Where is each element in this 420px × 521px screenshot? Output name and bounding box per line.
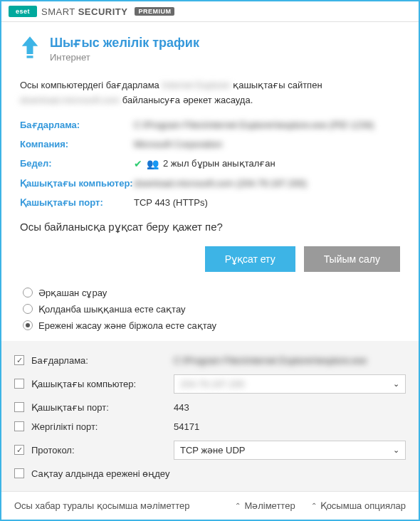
radio-until-quit[interactable]: Қолданба шыққанша есте сақтау <box>23 301 400 317</box>
chevron-down-icon: ⌄ <box>393 446 399 455</box>
radio-icon <box>23 304 33 314</box>
deny-button[interactable]: Тыйым салу <box>304 246 400 272</box>
rule-app-row: Бағдарлама: C:\Program Files\Internet Ex… <box>14 351 406 370</box>
rule-app-label: Бағдарлама: <box>31 355 167 366</box>
rule-remote-comp-value: 204.79.197.200 <box>180 379 244 389</box>
info-reputation-value: ✔ 👥 2 жыл бұрын анықталған <box>134 158 400 169</box>
permission-question: Осы байланысқа рұқсат беру қажет пе? <box>20 221 400 233</box>
caret-up-icon: ⌃ <box>235 502 241 510</box>
titlebar: eset SMART SECURITY PREMIUM <box>1 1 419 22</box>
rule-protocol-checkbox[interactable] <box>14 445 24 455</box>
rule-remote-port-label: Қашықтағы порт: <box>31 402 167 413</box>
rule-remote-port-row: Қашықтағы порт: 443 <box>14 398 406 417</box>
remember-radio-group: Әрқашан сұрау Қолданба шыққанша есте сақ… <box>20 285 400 334</box>
radio-until-quit-label: Қолданба шыққанша есте сақтау <box>38 304 185 315</box>
rule-local-port-checkbox[interactable] <box>14 421 24 431</box>
info-reputation-label: Бедел: <box>20 158 134 169</box>
brand-text: SMART SECURITY <box>41 6 127 17</box>
radio-icon <box>23 288 33 298</box>
rule-remote-comp-label: Қашықтағы компьютер: <box>31 379 167 389</box>
rule-section: Бағдарлама: C:\Program Files\Internet Ex… <box>1 341 419 491</box>
rule-local-port-row: Жергілікті порт: 54171 <box>14 417 406 436</box>
info-remote-comp-value: download.microsoft.com (204.79.197.200) <box>134 178 400 189</box>
rule-protocol-row: Протокол: TCP және UDP ⌄ <box>14 436 406 464</box>
info-remote-port-label: Қашықтағы порт: <box>20 197 134 208</box>
outbound-arrow-icon <box>20 35 40 63</box>
premium-badge: PREMIUM <box>135 7 174 16</box>
info-company-value: Microsoft Corporation <box>134 139 400 149</box>
rule-local-port-label: Жергілікті порт: <box>31 421 167 432</box>
radio-icon <box>23 320 33 330</box>
eset-logo-icon: eset <box>9 6 37 17</box>
info-company-label: Компания: <box>20 139 134 149</box>
chevron-down-icon: ⌄ <box>393 379 399 389</box>
rule-local-port-value: 54171 <box>174 421 406 432</box>
rule-remote-comp-checkbox[interactable] <box>14 379 24 389</box>
radio-always-ask[interactable]: Әрқашан сұрау <box>23 285 400 301</box>
allow-button[interactable]: Рұқсат ету <box>205 246 295 272</box>
descr-part2: қашықтағы сайтпен <box>231 80 322 90</box>
descr-part3: байланысуға әрекет жасауда. <box>120 95 253 105</box>
footer-extra-toggle[interactable]: ⌃ Қосымша опциялар <box>311 500 406 511</box>
footer-details-toggle[interactable]: ⌃ Мәліметтер <box>235 500 295 511</box>
descr-part1: Осы компьютердегі бағдарлама <box>20 80 162 90</box>
reputation-text: 2 жыл бұрын анықталған <box>163 158 275 169</box>
rule-app-value: C:\Program Files\Internet Explorer\iexpl… <box>174 355 406 366</box>
footer-more-info-link[interactable]: Осы хабар туралы қосымша мәліметтер <box>14 500 189 511</box>
info-grid: Бағдарлама: C:\Program Files\Internet Ex… <box>20 120 400 208</box>
descr-site-blur: download.microsoft.com <box>20 95 120 105</box>
rule-edit-checkbox[interactable] <box>14 468 24 478</box>
rule-edit-label: Сақтау алдында ережені өңдеу <box>31 468 169 479</box>
rule-edit-row: Сақтау алдында ережені өңдеу <box>14 464 406 483</box>
rule-protocol-select[interactable]: TCP және UDP ⌄ <box>174 441 406 460</box>
descr-app-blur: Internet Explorer <box>162 80 230 90</box>
rule-remote-port-checkbox[interactable] <box>14 402 24 412</box>
people-icon: 👥 <box>147 158 159 169</box>
info-app-label: Бағдарлама: <box>20 120 134 130</box>
footer-extra-label: Қосымша опциялар <box>320 500 406 511</box>
footer-details-label: Мәліметтер <box>244 500 295 511</box>
check-icon: ✔ <box>134 158 142 169</box>
footer: Осы хабар туралы қосымша мәліметтер ⌃ Мә… <box>1 491 419 520</box>
brand-plain: SMART <box>41 6 78 17</box>
rule-remote-port-value: 443 <box>174 402 406 413</box>
radio-create-rule-label: Ережені жасау және біржола есте сақтау <box>38 320 216 331</box>
rule-remote-comp-select[interactable]: 204.79.197.200 ⌄ <box>174 374 406 394</box>
info-remote-comp-label: Қашықтағы компьютер: <box>20 178 134 189</box>
rule-protocol-label: Протокол: <box>31 445 167 456</box>
dialog-subtitle: Интернет <box>50 52 199 63</box>
rule-remote-comp-row: Қашықтағы компьютер: 204.79.197.200 ⌄ <box>14 370 406 398</box>
brand-logo: eset SMART SECURITY PREMIUM <box>9 6 174 17</box>
radio-create-rule[interactable]: Ережені жасау және біржола есте сақтау <box>23 317 400 334</box>
rule-app-checkbox[interactable] <box>14 355 24 365</box>
rule-protocol-value: TCP және UDP <box>180 445 246 456</box>
info-remote-port-value: TCP 443 (HTTPs) <box>134 197 400 208</box>
svg-rect-0 <box>27 56 33 58</box>
radio-always-ask-label: Әрқашан сұрау <box>38 288 107 298</box>
dialog-title: Шығыс желілік трафик <box>50 35 199 51</box>
caret-up-icon: ⌃ <box>311 502 317 510</box>
brand-bold: SECURITY <box>78 6 128 17</box>
description-text: Осы компьютердегі бағдарлама Internet Ex… <box>20 78 400 108</box>
info-app-value: C:\Program Files\Internet Explorer\iexpl… <box>134 120 400 130</box>
